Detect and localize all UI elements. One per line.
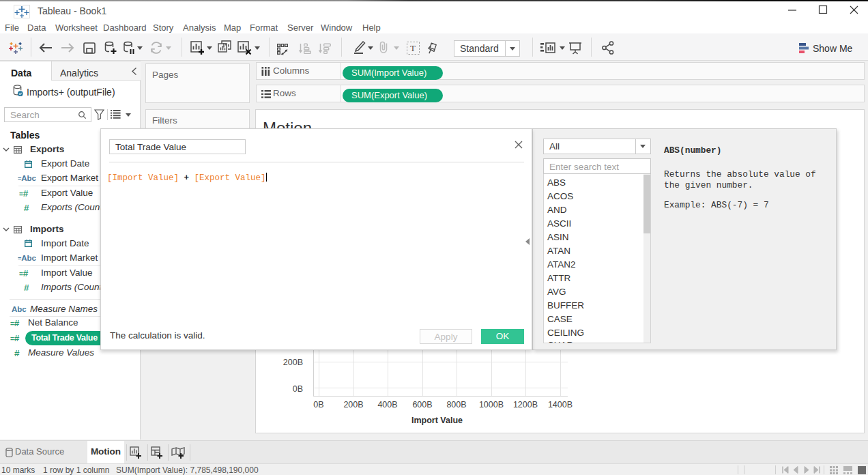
svg-text:T: T — [410, 43, 416, 53]
